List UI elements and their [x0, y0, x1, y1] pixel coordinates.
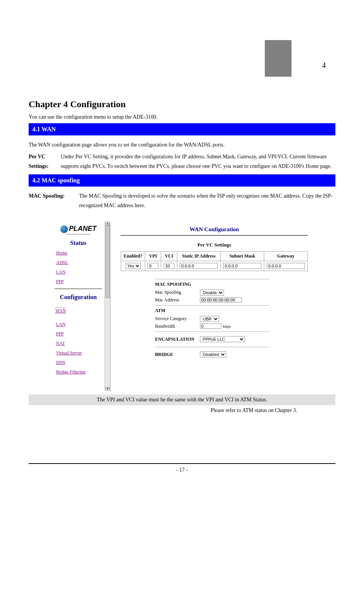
bridge-select[interactable]: Disabled: [200, 351, 226, 357]
table-header-row: Enabled? VPI VCI Static IP Address Subne…: [121, 251, 308, 261]
caption-line-2: Please refer to ATM status on Chapter 3.: [29, 407, 335, 414]
mac-address-input[interactable]: [200, 297, 242, 303]
sidebar-item-ppp-config[interactable]: PPP: [56, 331, 104, 337]
sidebar-item-dns[interactable]: DNS: [56, 360, 104, 365]
section-divider: [155, 347, 269, 347]
bandwidth-unit: kbps: [223, 324, 231, 328]
col-vpi: VPI: [145, 251, 161, 261]
sidebar-item-lan-status[interactable]: LAN: [56, 269, 104, 275]
sidebar-divider: [55, 288, 102, 289]
footer-divider: [29, 463, 335, 464]
section-heading-wan: 4.1 WAN: [29, 123, 335, 135]
per-vc-term: Per VC Settings:: [29, 152, 61, 171]
scroll-down-icon[interactable]: ▼: [105, 387, 110, 391]
chapter-number: 4: [322, 61, 326, 70]
sidebar: PLANET Networking & Communication Status…: [52, 222, 104, 391]
col-enabled: Enabled?: [121, 251, 145, 261]
per-vc-settings-heading: Per VC Settings: [121, 242, 308, 248]
sidebar-item-ppp-status[interactable]: PPP: [56, 279, 104, 285]
chapter-decoration-box: [265, 40, 292, 77]
logo-subtitle: Networking & Communication: [52, 233, 104, 235]
wan-intro-text: The WAN configuration page allows you to…: [29, 140, 335, 150]
main-panel: WAN Configuration Per VC Settings Enable…: [110, 222, 312, 391]
sidebar-item-nat[interactable]: NAT: [56, 341, 104, 346]
sidebar-item-bridge-filtering[interactable]: Bridge Filtering: [56, 369, 104, 375]
page-footer-number: - 17 -: [29, 467, 335, 473]
chapter-title: Chapter 4 Configuration: [29, 99, 335, 109]
logo: PLANET Networking & Communication: [52, 225, 104, 235]
vpi-input[interactable]: [148, 263, 158, 269]
scrollbar[interactable]: ▲ ▼: [105, 222, 110, 391]
logo-text: PLANET: [69, 225, 97, 232]
mac-spoofing-label: Mac Spoofing: [155, 290, 200, 295]
bandwidth-input[interactable]: [200, 324, 221, 329]
section-divider: [155, 332, 269, 332]
subnet-input[interactable]: [223, 263, 261, 269]
gateway-input[interactable]: [267, 263, 305, 269]
sidebar-item-home[interactable]: Home: [56, 250, 104, 256]
col-subnet: Subnet Mask: [221, 251, 264, 261]
mac-spoofing-definition: The MAC Spoofing is developed to solve t…: [79, 191, 335, 210]
col-gateway: Gateway: [264, 251, 308, 261]
section-divider: [155, 279, 269, 279]
bridge-title: BRIDGE: [155, 352, 200, 357]
bandwidth-label: Bandwidth: [155, 324, 200, 329]
encapsulation-select[interactable]: PPPoE LLC: [200, 336, 245, 342]
service-category-select[interactable]: UBR: [200, 316, 219, 322]
mac-spoofing-term: MAC Spoofing:: [29, 191, 79, 210]
wan-config-title: WAN Configuration: [121, 226, 308, 233]
section-heading-mac: 4.2 MAC spoofing: [29, 174, 335, 187]
embedded-screenshot: PLANET Networking & Communication Status…: [52, 222, 312, 391]
mac-address-label: Mac Address: [155, 297, 200, 303]
per-vc-table: Enabled? VPI VCI Static IP Address Subne…: [121, 251, 308, 271]
scroll-up-icon[interactable]: ▲: [105, 222, 110, 225]
enabled-select[interactable]: Yes: [126, 263, 141, 269]
sidebar-item-adsl[interactable]: ADSL: [56, 260, 104, 266]
logo-globe-icon: [60, 225, 68, 233]
atm-section-title: ATM: [155, 308, 269, 314]
chapter-description: You can use the configuration menu to se…: [29, 114, 335, 120]
section-divider: [155, 305, 269, 306]
service-category-label: Service Category: [155, 316, 200, 322]
sidebar-heading-status: Status: [52, 240, 104, 246]
sidebar-item-virtual-server[interactable]: Virtual Server: [56, 350, 104, 356]
per-vc-definition: Under Per VC Setting, it provides the co…: [61, 152, 335, 171]
scrollbar-thumb[interactable]: [105, 225, 110, 298]
title-divider: [121, 235, 308, 236]
col-static-ip: Static IP Address: [177, 251, 221, 261]
col-vci: VCI: [161, 251, 177, 261]
static-ip-input[interactable]: [180, 263, 218, 269]
caption-line-1: The VPI and VCI value must be the same w…: [29, 394, 335, 405]
encapsulation-title: ENCAPSULATION: [155, 336, 200, 342]
vci-input[interactable]: [164, 263, 174, 269]
sidebar-item-wan[interactable]: WAN: [55, 308, 66, 314]
mac-spoofing-select[interactable]: Disable: [200, 290, 224, 296]
mac-spoofing-section-title: MAC SPOOFING: [155, 282, 269, 287]
sidebar-heading-configuration: Configuration: [52, 294, 104, 301]
table-row: Yes: [121, 261, 308, 271]
sidebar-item-lan-config[interactable]: LAN: [56, 322, 104, 327]
